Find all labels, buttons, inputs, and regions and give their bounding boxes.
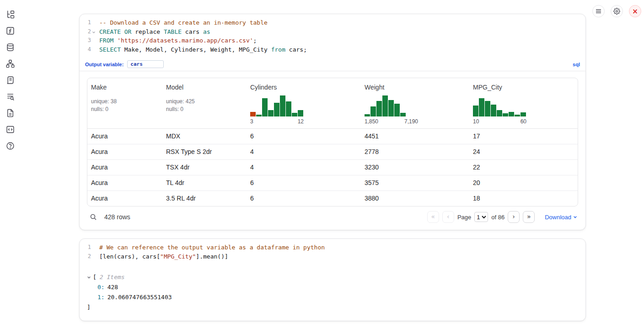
histogram-bar[interactable] <box>280 95 285 116</box>
sql-code-editor[interactable]: 1-- Download a CSV and create an in-memo… <box>80 14 585 58</box>
fold-caret-icon[interactable] <box>91 31 96 34</box>
table-row: AcuraRSX Type S 2dr4277824 <box>87 144 578 160</box>
histogram-bar[interactable] <box>256 115 262 116</box>
table-cell: 3.5 RL 4dr <box>162 191 247 206</box>
histogram-bar[interactable] <box>298 110 303 116</box>
download-label: Download <box>545 214 571 221</box>
sidebar-help-button[interactable] <box>6 142 15 150</box>
histogram-bar[interactable] <box>365 114 370 116</box>
table-cell: 3230 <box>361 160 469 175</box>
sidebar-datasources-button[interactable] <box>6 43 15 52</box>
column-stats: unique: 425nulls: 0 <box>166 98 243 113</box>
table-cell: Acura <box>87 129 162 144</box>
code-line: 2CREATE OR replace TABLE cars as <box>80 27 585 37</box>
line-number: 2 <box>80 252 96 261</box>
sidebar-documentation-button[interactable] <box>6 109 15 117</box>
histogram-bar[interactable] <box>274 103 279 116</box>
histogram-bar[interactable] <box>509 112 514 116</box>
column-name: Weight <box>365 84 466 91</box>
column-histogram[interactable] <box>250 95 357 116</box>
histogram-bar[interactable] <box>286 101 291 116</box>
histogram-bar[interactable] <box>394 104 400 116</box>
next-page-button[interactable]: › <box>508 211 520 223</box>
table-cell: 6 <box>247 129 361 144</box>
column-stats: unique: 38nulls: 0 <box>91 98 159 113</box>
histogram-bar[interactable] <box>400 113 406 116</box>
histogram-bar[interactable] <box>497 110 502 116</box>
histogram-bar[interactable] <box>382 95 388 116</box>
search-button[interactable] <box>88 211 99 222</box>
table-cell: 2778 <box>361 144 469 159</box>
sidebar-scratchpad-button[interactable] <box>6 76 15 85</box>
tree-entry-key: 1: <box>97 294 105 301</box>
table-header-row: Makeunique: 38nulls: 0Modelunique: 425nu… <box>87 78 578 129</box>
histogram-range: 1,8507,190 <box>365 118 418 125</box>
histogram-range: 1060 <box>473 118 526 125</box>
scroll-icon <box>6 76 15 85</box>
code-line: 4SELECT Make, Model, Cylinders, Weight, … <box>80 45 585 54</box>
column-header[interactable]: Makeunique: 38nulls: 0 <box>87 78 162 128</box>
histogram-bar[interactable] <box>268 110 274 116</box>
histogram-bar[interactable] <box>473 106 478 116</box>
table-cell: 20 <box>469 175 578 190</box>
histogram-bar[interactable] <box>292 113 297 116</box>
tree-root[interactable]: [ 2 Items <box>87 272 578 282</box>
histogram-bar[interactable] <box>515 115 520 116</box>
column-histogram[interactable] <box>473 95 574 116</box>
histogram-bar[interactable] <box>503 113 508 116</box>
histogram-bar[interactable] <box>376 101 382 116</box>
table-cell: Acura <box>87 191 162 206</box>
chevron-down-icon <box>573 215 577 219</box>
histogram-bar[interactable] <box>388 100 394 116</box>
close-bracket: ] <box>87 302 91 312</box>
table-cell: 18 <box>469 191 578 206</box>
column-name: MPG_City <box>473 84 574 91</box>
settings-button[interactable] <box>611 5 623 17</box>
collapse-caret-icon[interactable] <box>87 275 91 280</box>
sidebar-logs-button[interactable] <box>6 92 15 101</box>
file-tree-icon <box>6 10 15 19</box>
histogram-bar[interactable] <box>521 112 526 116</box>
column-header[interactable]: Cylinders312 <box>247 78 361 128</box>
column-header[interactable]: MPG_City1060 <box>469 78 578 128</box>
table-row: Acura3.5 RL 4dr6388018 <box>87 191 578 206</box>
language-badge: sql <box>573 62 580 67</box>
close-button[interactable]: × <box>629 5 641 17</box>
histogram-bar[interactable] <box>479 98 484 116</box>
histogram-bar[interactable] <box>485 101 490 116</box>
data-table: Makeunique: 38nulls: 0Modelunique: 425nu… <box>87 78 578 206</box>
column-header[interactable]: Weight1,8507,190 <box>361 78 469 128</box>
histogram-bar[interactable] <box>491 105 496 116</box>
histogram-bar[interactable] <box>262 98 268 116</box>
table-cell: TSX 4dr <box>162 160 247 175</box>
table-body: AcuraMDX6445117AcuraRSX Type S 2dr427782… <box>87 129 578 206</box>
column-header[interactable]: Modelunique: 425nulls: 0 <box>162 78 247 128</box>
first-page-button[interactable]: « <box>427 211 439 223</box>
histogram-bar[interactable] <box>250 112 256 116</box>
prev-page-button[interactable]: ‹ <box>442 211 454 223</box>
histogram-bar[interactable] <box>370 106 376 116</box>
page-select[interactable]: 1 <box>474 212 488 222</box>
menu-button[interactable] <box>592 5 605 17</box>
code-line: 1# We can reference the output variable … <box>80 243 585 252</box>
download-button[interactable]: Download <box>545 214 577 221</box>
code-line: 3FROM 'https://datasets.marimo.app/cars.… <box>80 36 585 45</box>
table-cell: 4 <box>247 160 361 175</box>
close-icon: × <box>632 7 638 16</box>
table-cell: 6 <box>247 191 361 206</box>
table-cell: 3880 <box>361 191 469 206</box>
last-page-button[interactable]: » <box>523 211 535 223</box>
column-histogram[interactable] <box>365 95 466 116</box>
sidebar-file-tree-button[interactable] <box>6 10 15 19</box>
output-variable-input[interactable] <box>127 60 164 68</box>
line-number: 3 <box>80 36 96 45</box>
tree-entry-value: 20.060747663551403 <box>107 294 172 301</box>
sidebar-functions-button[interactable] <box>6 26 15 35</box>
table-cell: 24 <box>469 144 578 159</box>
line-number: 2 <box>80 27 96 37</box>
list-search-icon <box>6 92 15 101</box>
python-code-editor[interactable]: 1# We can reference the output variable … <box>80 239 585 265</box>
column-name: Cylinders <box>250 84 357 91</box>
sidebar-snippets-button[interactable] <box>6 125 15 134</box>
sidebar-dependency-graph-button[interactable] <box>6 59 15 68</box>
